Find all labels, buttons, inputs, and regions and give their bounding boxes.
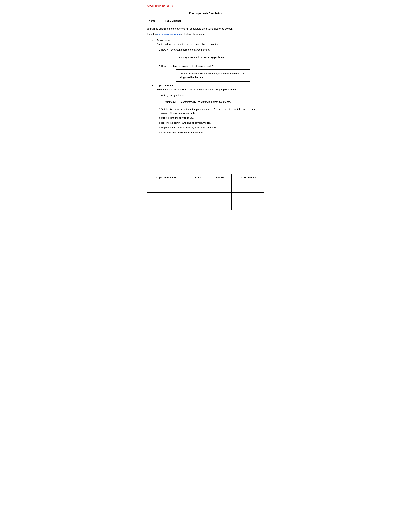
list-item: Repeat steps 3 and 4 for 80%, 60%, 40%, … [161, 126, 264, 130]
data-table: Light Intensity (%) DO Start DO End DO D… [147, 174, 264, 210]
table-cell [232, 199, 264, 204]
table-cell [210, 187, 232, 193]
hypothesis-label: Hypothesis: [161, 99, 179, 105]
section2-questions: Write your hypothesis. [147, 94, 264, 97]
col-header-light-intensity: Light Intensity (%) [147, 174, 187, 181]
table-cell [147, 199, 187, 204]
answer-box-1: Photosynthesis will increase oxygen leve… [176, 53, 250, 62]
table-cell [187, 199, 210, 204]
section1-questions: How will photosynthesis affect oxygen le… [147, 48, 264, 82]
table-row [147, 199, 264, 204]
col-header-do-end: DO End [210, 174, 232, 181]
table-cell [147, 193, 187, 199]
list-item: Write your hypothesis. [161, 94, 264, 97]
list-item: Set the fish number to 0 and the plant n… [161, 107, 264, 115]
experimental-question-label: Experimental Question: [156, 88, 181, 91]
table-cell [147, 187, 187, 193]
name-label: Name: [147, 18, 163, 24]
website-link[interactable]: www.biologysimulations.com [147, 5, 264, 7]
section1-title: Background [156, 39, 170, 41]
answer-box-2: Cellular respiration will decrease oxyge… [176, 69, 250, 82]
hypothesis-value: Light intensity will increase oxygen pro… [179, 99, 264, 105]
col-header-do-start: DO Start [187, 174, 210, 181]
table-cell [147, 181, 187, 187]
table-cell [210, 181, 232, 187]
table-cell [232, 187, 264, 193]
spacer [147, 137, 264, 169]
section2-number: II. [151, 84, 156, 87]
sim-link[interactable]: cell energy simulation [157, 33, 180, 35]
section1-header: I. Background [147, 39, 264, 41]
section2-instructions: Set the fish number to 0 and the plant n… [147, 107, 264, 134]
name-table: Name: Ruby Martinez [147, 18, 264, 24]
section2-subtitle: Experimental Question: How does light in… [147, 88, 264, 92]
list-item: Record the starting and ending oxygen va… [161, 121, 264, 125]
section1-number: I. [151, 39, 156, 41]
hypothesis-table: Hypothesis: Light intensity will increas… [161, 99, 264, 105]
go-to-prefix: Go to the [147, 33, 157, 35]
section2-header: II. Light Intensity [147, 84, 264, 87]
go-to-suffix: at Biology Simulations. [180, 33, 206, 35]
question2-text: How will cellular respiration affect oxy… [161, 65, 214, 67]
experimental-question-text: How does light intensity affect oxygen p… [181, 88, 236, 91]
top-border [147, 3, 264, 3]
section1-subtitle: Plants perform both photosynthesis and c… [147, 42, 264, 46]
list-item: Calculate and record the DO difference. [161, 131, 264, 135]
name-value: Ruby Martinez [163, 18, 264, 24]
table-cell [210, 193, 232, 199]
list-item: Set the light intensity to 100%. [161, 116, 264, 120]
section-light-intensity: II. Light Intensity Experimental Questio… [147, 84, 264, 134]
intro-line1: You will be examining photosynthesis in … [147, 27, 264, 31]
list-item: How will photosynthesis affect oxygen le… [161, 48, 264, 62]
table-cell [232, 193, 264, 199]
table-cell [210, 199, 232, 204]
table-cell [187, 187, 210, 193]
section-background: I. Background Plants perform both photos… [147, 39, 264, 82]
table-cell [187, 181, 210, 187]
page-title: Photosynthesis Simulation [147, 12, 264, 15]
question1-text: How will photosynthesis affect oxygen le… [161, 48, 210, 51]
table-cell [187, 193, 210, 199]
table-cell [210, 204, 232, 210]
table-cell [232, 181, 264, 187]
table-row [147, 204, 264, 210]
table-row [147, 187, 264, 193]
table-cell [187, 204, 210, 210]
table-cell [232, 204, 264, 210]
table-row [147, 193, 264, 199]
section2-title: Light Intensity [156, 84, 173, 87]
col-header-do-difference: DO Difference [232, 174, 264, 181]
list-item: How will cellular respiration affect oxy… [161, 64, 264, 82]
table-row [147, 181, 264, 187]
table-cell [147, 204, 187, 210]
write-hypothesis-text: Write your hypothesis. [161, 94, 185, 96]
go-to-text: Go to the cell energy simulation at Biol… [147, 32, 264, 36]
